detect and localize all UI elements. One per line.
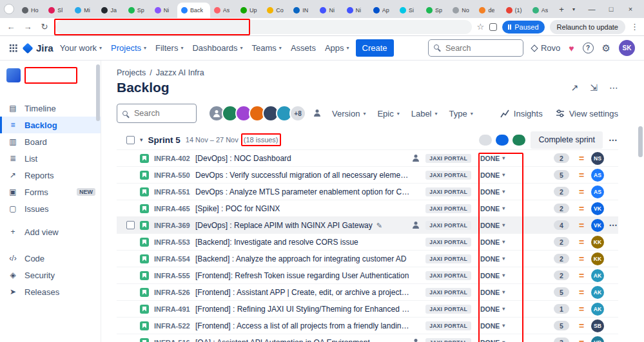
browser-tab[interactable]: (1): [502, 3, 529, 18]
help-icon[interactable]: ?: [583, 43, 594, 53]
issue-status[interactable]: DONE ▾: [480, 188, 522, 196]
issue-status[interactable]: DONE ▾: [480, 305, 522, 313]
issue-row[interactable]: INFRA-516 [QA] : Assistant API Automatio…: [117, 334, 618, 342]
address-input[interactable]: [55, 20, 472, 34]
team-icon[interactable]: [410, 337, 422, 342]
breadcrumb-project-name[interactable]: Jazzx AI Infra: [156, 68, 204, 77]
issue-row[interactable]: INFRA-491 [Frontend] : Refining JAXI UI …: [117, 300, 618, 317]
rovo-button[interactable]: Rovo: [532, 43, 560, 53]
issue-status[interactable]: DONE ▾: [480, 205, 522, 213]
sidebar-item-releases[interactable]: ➤ Releases: [0, 283, 101, 300]
user-avatar[interactable]: SK: [619, 40, 635, 56]
assignee-avatar[interactable]: AK: [591, 286, 604, 299]
browser-tab[interactable]: Ni: [343, 3, 369, 18]
issue-summary[interactable]: [Backend]: Investigate and resolve CORS …: [195, 238, 410, 247]
issue-status[interactable]: DONE ▾: [480, 238, 522, 246]
issue-status[interactable]: DONE ▾: [480, 155, 522, 162]
filter-type[interactable]: Type ▾: [449, 109, 473, 119]
issue-status[interactable]: DONE ▾: [480, 272, 522, 280]
issue-summary[interactable]: [Backend] : Analyze the approach for int…: [195, 254, 410, 263]
close-icon[interactable]: ×: [621, 0, 640, 18]
issue-summary[interactable]: [DevOps] : Replace APIM with NGINX API G…: [195, 221, 410, 230]
board-search-input[interactable]: [117, 104, 197, 123]
issue-status[interactable]: DONE ▾: [480, 171, 522, 179]
assignee-avatar[interactable]: AK: [591, 303, 604, 316]
relaunch-to-update-button[interactable]: Relaunch to update: [550, 20, 625, 34]
issue-checkbox[interactable]: [126, 221, 135, 229]
browser-tab[interactable]: Mi: [71, 3, 97, 18]
issue-row[interactable]: INFRA-553 [Backend]: Investigate and res…: [117, 233, 618, 250]
issue-status[interactable]: DONE ▾: [480, 222, 522, 229]
sidebar-scrollbar[interactable]: [96, 64, 100, 121]
issue-row[interactable]: INFRA-550 DevOps : Verify successful mig…: [117, 166, 618, 183]
browser-tab[interactable]: Si: [396, 3, 422, 18]
issue-row[interactable]: INFRA-369 [DevOps] : Replace APIM with N…: [117, 216, 618, 233]
sidebar-item-issues[interactable]: ▢ Issues: [0, 200, 101, 217]
nav-item-projects[interactable]: Projects ▾: [111, 43, 146, 53]
expand-icon[interactable]: ⇲: [590, 82, 598, 93]
page-scrollbar[interactable]: [638, 126, 643, 157]
browser-tab[interactable]: Up: [237, 3, 263, 18]
extension-icon[interactable]: [489, 23, 497, 31]
issue-row[interactable]: INFRA-526 [Frontend] : Assistant APP | C…: [117, 283, 618, 300]
avatar-overflow[interactable]: +8: [289, 105, 306, 122]
filter-label[interactable]: Label ▾: [411, 109, 438, 119]
assignee-avatar[interactable]: KK: [591, 252, 604, 265]
complete-sprint-button[interactable]: Complete sprint: [531, 131, 603, 149]
browser-profile-icon[interactable]: [4, 4, 14, 14]
issue-summary[interactable]: DevOps : Verify successful migration of …: [195, 171, 410, 180]
insights-button[interactable]: Insights: [500, 109, 543, 119]
breadcrumb-projects[interactable]: Projects: [117, 68, 146, 77]
tab-search-icon[interactable]: ▾: [568, 6, 580, 12]
assignee-avatar[interactable]: NS: [591, 152, 604, 165]
issue-more-menu-icon[interactable]: ⋯: [608, 220, 618, 230]
sidebar-item-timeline[interactable]: ▤ Timeline: [0, 100, 101, 117]
issue-status[interactable]: DONE ▾: [480, 339, 522, 342]
sync-paused-badge[interactable]: Paused: [502, 21, 544, 33]
sidebar-item-board[interactable]: ▥ Board: [0, 133, 101, 150]
assignee-avatar[interactable]: VK: [591, 219, 604, 232]
browser-tab[interactable]: Sl: [44, 3, 71, 18]
nav-item-assets[interactable]: Assets ▾: [291, 43, 316, 53]
sprint-collapse-chevron-icon[interactable]: ▾: [140, 137, 143, 143]
browser-tab[interactable]: de: [475, 3, 502, 18]
issue-summary[interactable]: [Frontend] : Access a list of all projec…: [195, 321, 410, 330]
browser-tab[interactable]: Ni: [316, 3, 342, 18]
board-more-menu-icon[interactable]: ⋯: [609, 82, 618, 93]
notifications-icon[interactable]: ♥: [569, 43, 574, 53]
nav-item-filters[interactable]: Filters ▾: [155, 43, 183, 53]
browser-tab[interactable]: Ap: [369, 3, 396, 18]
jira-logo[interactable]: Jira: [24, 43, 54, 53]
issue-summary[interactable]: [DevOps] : NOC Dashboard✎: [195, 154, 410, 163]
browser-tab[interactable]: Ni: [151, 3, 177, 18]
browser-tab[interactable]: Co: [263, 3, 289, 18]
issue-row[interactable]: INFRA-522 [Frontend] : Access a list of …: [117, 317, 618, 334]
new-tab-button[interactable]: +: [555, 5, 568, 14]
sidebar-item-add-view[interactable]: + Add view: [0, 223, 101, 240]
create-button[interactable]: Create: [356, 39, 394, 57]
back-icon[interactable]: ←: [5, 22, 17, 32]
browser-tab[interactable]: Sp: [124, 3, 151, 18]
team-icon[interactable]: [410, 220, 422, 231]
issue-summary[interactable]: DevOps : Analyze MTLS parameter enableme…: [195, 187, 410, 196]
reload-icon[interactable]: ↻: [39, 22, 50, 32]
add-people-button[interactable]: [314, 108, 320, 119]
issue-row[interactable]: INFRA-555 [Frontend]: Refresh Token issu…: [117, 267, 618, 283]
sprint-more-menu-icon[interactable]: ⋯: [608, 135, 618, 145]
assignee-avatar[interactable]: AS: [591, 169, 604, 182]
issue-row[interactable]: INFRA-554 [Backend] : Analyze the approa…: [117, 250, 618, 267]
browser-menu-icon[interactable]: ⋮: [630, 22, 639, 32]
assignee-avatar[interactable]: SB: [591, 319, 604, 332]
settings-icon[interactable]: ⚙: [602, 43, 610, 54]
issue-row[interactable]: INFRA-551 DevOps : Analyze MTLS paramete…: [117, 183, 618, 200]
issue-status[interactable]: DONE ▾: [480, 322, 522, 330]
sidebar-item-backlog[interactable]: ≡ Backlog: [0, 117, 101, 133]
sprint-select-checkbox[interactable]: [126, 136, 135, 144]
assignee-avatar[interactable]: KK: [591, 236, 604, 249]
sprint-name[interactable]: Sprint 5: [148, 135, 181, 145]
browser-tab[interactable]: Back: [177, 3, 210, 18]
assignee-avatar[interactable]: VK: [591, 202, 604, 215]
issue-status[interactable]: DONE ▾: [480, 289, 522, 296]
browser-tab[interactable]: As: [529, 3, 555, 18]
assignee-avatar[interactable]: AS: [591, 185, 604, 198]
